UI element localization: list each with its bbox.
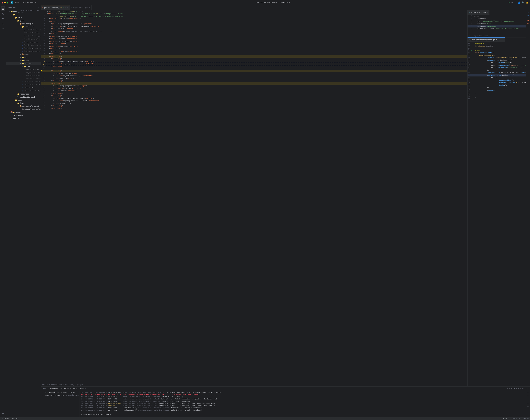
tab-pom-close-button[interactable]: ✕: [67, 7, 68, 9]
more-options-icon[interactable]: ⋮: [514, 1, 516, 4]
sidebar-item-test[interactable]: ▾ 📁 test: [6, 99, 41, 102]
activity-settings-icon[interactable]: ⚙: [1, 411, 5, 416]
activity-vcs-icon[interactable]: [1, 11, 5, 16]
project-name[interactable]: demo6: [14, 2, 19, 4]
panel-collapse-icon[interactable]: ⊟: [520, 387, 522, 390]
sidebar-item-AccountController[interactable]: C AccountController: [6, 29, 41, 31]
minimize-button[interactable]: [4, 2, 6, 3]
panel-settings-icon[interactable]: ⚙: [527, 402, 529, 405]
tab-java-tests[interactable]: J Demo6ApplicationTests.java ⚠1 ▾ ✕: [468, 37, 505, 42]
right-check-icon[interactable]: ✓: [526, 16, 530, 20]
yaml-more-icon[interactable]: ⋮: [522, 12, 526, 14]
panel-rerun-icon[interactable]: ▶: [511, 387, 513, 390]
activity-search-icon[interactable]: [1, 26, 5, 31]
sidebar-item-main[interactable]: ▾ 📁 main: [6, 16, 41, 19]
sidebar-item-IUserService[interactable]: I IUserService: [6, 87, 41, 89]
indent-value[interactable]: 4 spaces: [522, 418, 529, 420]
search-icon[interactable]: 🔍: [522, 1, 524, 4]
java-code[interactable]: 15 @Resource 16 DataSource dataSource; 1…: [468, 42, 526, 386]
sidebar-header[interactable]: ▾ Project ⋯: [6, 5, 41, 10]
java-tab-close[interactable]: ✕: [502, 39, 503, 41]
sidebar-item-com-example-demo6[interactable]: ▾ 📦 com.example.demo6: [6, 105, 41, 108]
scroll-down-button[interactable]: ▼: [527, 394, 529, 397]
panel-check-icon[interactable]: ✓: [515, 387, 517, 390]
activity-run-icon[interactable]: [1, 16, 5, 21]
close-button[interactable]: [2, 2, 3, 3]
tab-yaml-active[interactable]: a application.yml ✕: [468, 10, 489, 15]
sidebar-item-gitignore[interactable]: . .gitignore: [6, 114, 41, 117]
panel-back-icon[interactable]: ←: [509, 387, 511, 390]
sidebar-item-controller[interactable]: ▾ 📁 controller: [6, 25, 41, 29]
log-output[interactable]: 2024-06-15T02:15:45.241-05:00 INFO 20872…: [80, 391, 526, 417]
sidebar-item-ISubjectsService[interactable]: I ISubjectsService: [6, 71, 41, 74]
activity-debug-icon[interactable]: [1, 21, 5, 26]
pom-xml-code[interactable]: 1<?xml version="1.0" encoding="UTF-8"?> …: [41, 10, 467, 383]
status-file[interactable]: pom.xml: [12, 418, 18, 420]
line-ending[interactable]: LF: [509, 418, 510, 420]
sidebar-item-TeachRelationController[interactable]: C TeachRelationController: [6, 38, 41, 41]
tab-split-button[interactable]: ⋮: [526, 7, 530, 9]
sidebar-item-application-yml[interactable]: Y application.yml: [6, 96, 41, 99]
sidebar-item-Demo6ApplicationTests[interactable]: T Demo6ApplicationTests: [6, 108, 41, 111]
structure-icon[interactable]: ≡: [526, 11, 530, 14]
panel-stop-icon[interactable]: ■: [513, 387, 515, 390]
user-icon[interactable]: 👤: [518, 1, 520, 4]
sidebar-item-UsersScoreController[interactable]: C UsersScoreController: [6, 50, 41, 53]
status-separator: ›: [10, 418, 11, 420]
sidebar-item-IUsersScoreService[interactable]: I IUsersScoreService: [6, 89, 41, 93]
panel-tab-run[interactable]: Run: [42, 387, 48, 390]
activity-project-icon[interactable]: [1, 6, 5, 11]
sidebar-item-entity[interactable]: ▸ 📁 entity: [6, 56, 41, 59]
sidebar-item-UsersDetailController[interactable]: C UsersDetailController: [6, 47, 41, 50]
right-m-icon[interactable]: m: [526, 22, 530, 25]
scroll-up-button[interactable]: ▲: [527, 391, 529, 394]
sidebar-item-target[interactable]: ▸ 📁 target: [6, 111, 41, 114]
sidebar-item-demo6-root[interactable]: ▾ 📁 demo6 ~/Desktop/CS/JavaEE/5 Java Spr…: [6, 10, 41, 13]
panel-tab-tests[interactable]: Demo6ApplicationTests.contextLoads ✕: [48, 387, 88, 390]
sidebar-item-SubjectsController[interactable]: C SubjectsController: [6, 31, 41, 35]
panel-clear-icon[interactable]: 🗑: [527, 405, 529, 408]
tab-application-yml[interactable]: a application.yml ✕: [70, 5, 92, 10]
version-control-label[interactable]: Version control: [22, 2, 37, 4]
git-branch-name[interactable]: demo6: [4, 418, 9, 420]
sidebar-item-java-test[interactable]: ▾ 📁 java: [6, 102, 41, 105]
sidebar-item-UserController[interactable]: C UserController: [6, 41, 41, 44]
sidebar-item-impl[interactable]: ▸ 📁 impl: [6, 65, 41, 68]
settings-icon[interactable]: ⚙: [512, 1, 513, 4]
sidebar-item-demo6-pkg[interactable]: ▸ 📦 demo6: [6, 53, 41, 56]
java-more-icon[interactable]: ⋮: [522, 39, 526, 41]
test-tree-root[interactable]: ✓ ▾ Demo6ApplicationTests com.example 77…: [42, 394, 78, 397]
sidebar-item-IUserDetailsService[interactable]: I IUserDetailsService: [6, 80, 41, 83]
sidebar-item-pom-xml[interactable]: m pom.xml: [6, 117, 41, 120]
breadcrumb-text: project > dependencies > dependency > gr…: [42, 384, 83, 386]
panel-expand-icon[interactable]: ⊞: [522, 387, 524, 390]
svg-line-13: [3, 29, 4, 29]
panel-sort-icon[interactable]: ↕: [524, 387, 526, 390]
sidebar-item-UserDetailsController[interactable]: C UserDetailsController: [6, 44, 41, 47]
run-button[interactable]: ▶: [509, 1, 510, 4]
notifications-icon[interactable]: 🔔: [526, 1, 528, 4]
sidebar-item-resources[interactable]: ▾ 📁 resources: [6, 93, 41, 96]
maximize-button[interactable]: [7, 2, 8, 3]
sidebar-item-src[interactable]: ▾ 📁 src: [6, 13, 41, 16]
sidebar-item-com-example[interactable]: ▾ 📦 com.example: [6, 22, 41, 25]
panel-more-icon[interactable]: ⋮: [527, 387, 529, 390]
panel-refresh-icon[interactable]: ↻: [507, 387, 508, 390]
sidebar-item-service[interactable]: ▾ 📁 service: [6, 62, 41, 65]
encoding[interactable]: UTF-8: [512, 418, 517, 420]
sidebar-item-TeachersController[interactable]: C TeachersController: [6, 35, 41, 38]
sidebar-item-ITeachRelationService[interactable]: I ITeachRelationService: [6, 77, 41, 80]
sidebar-item-IUsersDetailService[interactable]: I IUsersDetailService: [6, 83, 41, 87]
yaml-code[interactable]: 1spring: 2 datasource: 3 url: jdbc:mysql…: [468, 15, 526, 34]
sidebar-item-java[interactable]: ▾ 📁 java: [6, 19, 41, 22]
sidebar-item-mapper[interactable]: ▸ 📁 mapper: [6, 59, 41, 62]
tests-tab-close[interactable]: ✕: [85, 388, 86, 390]
tab-yml-close-button[interactable]: ✕: [89, 7, 90, 8]
panel-soft-wrap-icon[interactable]: ⇌: [527, 399, 529, 401]
yaml-tab-close[interactable]: ✕: [487, 12, 488, 14]
cursor-position[interactable]: 26:41: [502, 418, 507, 420]
tab-pom-xml[interactable]: m pom.xml (demo6) ⚠6 ✓1 ▾ ✕: [41, 5, 70, 10]
sidebar-item-ITeachersService[interactable]: I ITeachersService: [6, 74, 41, 77]
panel-filter-icon[interactable]: ⊞: [518, 387, 519, 390]
sidebar-item-IAccountService[interactable]: I IAccountService: [6, 68, 41, 71]
